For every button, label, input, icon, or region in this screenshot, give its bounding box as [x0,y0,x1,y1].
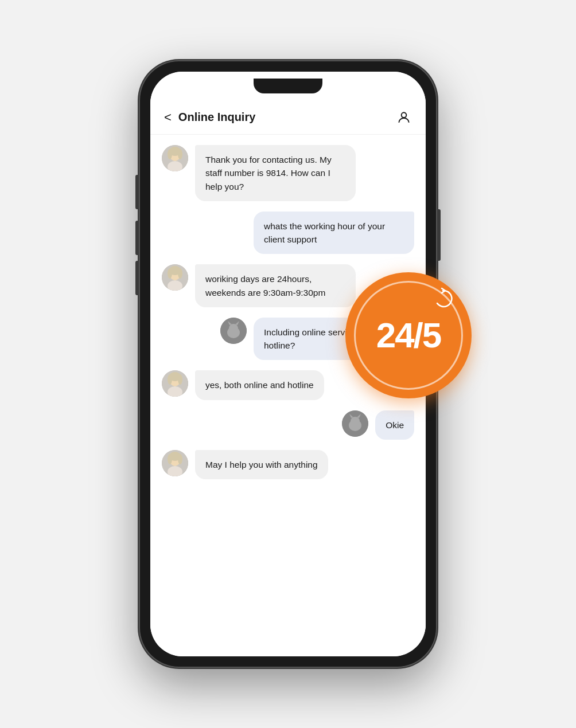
message-row: Thank you for contacting us. My staff nu… [162,145,414,201]
svg-point-11 [168,268,172,279]
message-bubble: whats the working hour of your client su… [254,212,414,255]
agent-avatar [162,145,188,171]
message-bubble: woriking days are 24hours, weekends are … [195,264,356,307]
svg-point-12 [178,268,182,279]
svg-point-23 [178,374,182,385]
status-bar [150,72,426,100]
24-5-badge: 24/5 [345,272,472,398]
svg-point-6 [178,149,182,159]
agent-avatar [162,264,188,291]
agent-avatar [162,370,188,397]
message-row: Okie [162,410,414,440]
message-bubble: May I help you with anything [195,450,328,479]
badge-arrow-icon [433,287,453,308]
back-button[interactable]: < [164,110,172,125]
page-title: Online Inquiry [178,111,396,124]
user-avatar [220,318,247,344]
agent-avatar [162,450,188,476]
phone-shell: < Online Inquiry [139,60,437,668]
scene: < Online Inquiry [0,0,576,728]
svg-point-5 [168,149,172,159]
message-bubble: Thank you for contacting us. My staff nu… [195,145,356,201]
svg-point-26 [351,417,360,426]
chat-area: Thank you for contacting us. My staff nu… [150,135,426,656]
message-row: May I help you with anything [162,450,414,479]
svg-point-15 [229,324,238,333]
badge-inner-ring: 24/5 [354,281,463,390]
message-bubble: yes, both online and hotline [195,370,324,400]
user-avatar [342,410,368,437]
badge-text: 24/5 [376,318,441,353]
notch [254,79,322,93]
message-bubble: Okie [375,410,414,440]
profile-icon[interactable] [396,109,412,126]
app-header: < Online Inquiry [150,100,426,135]
svg-point-33 [168,454,172,464]
message-row: whats the working hour of your client su… [162,212,414,255]
svg-point-34 [178,454,182,464]
svg-point-22 [168,374,172,385]
svg-point-0 [402,112,407,118]
